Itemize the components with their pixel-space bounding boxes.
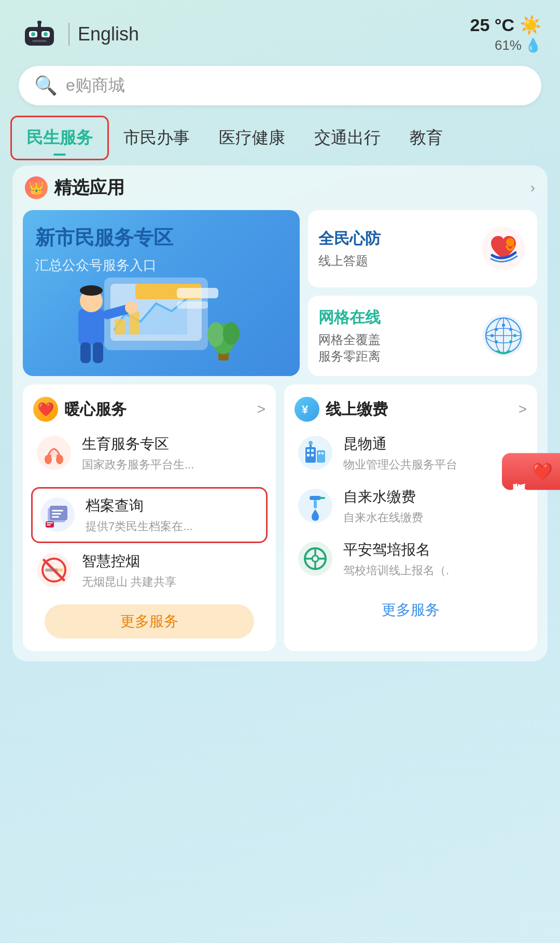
kunwu-icon	[297, 434, 334, 472]
dangan-desc: 提供7类民生档案在...	[86, 519, 193, 534]
banner-row: 新市民服务专区 汇总公众号服务入口	[23, 210, 537, 376]
dangan-name: 档案查询	[86, 496, 193, 516]
new-citizen-title: 新市民服务专区	[35, 225, 287, 251]
wangge-sub2: 服务零距离	[318, 348, 381, 365]
xinfang-image	[480, 226, 527, 272]
warm-service-card: ❤️ 暖心服务 >	[23, 384, 276, 651]
svg-rect-19	[80, 342, 91, 363]
svg-rect-68	[311, 449, 314, 452]
pay-more-button[interactable]: 更多服务	[306, 593, 515, 627]
search-bar[interactable]: 🔍 e购商城	[19, 66, 541, 105]
kongyan-name: 智慧控烟	[82, 551, 176, 571]
pay-service-header: ¥ 线上缴费 >	[295, 397, 527, 422]
service-item-dangan[interactable]: 档案查询 提供7类民生档案在...	[31, 487, 268, 543]
kunwu-desc: 物业管理公共服务平台	[343, 457, 457, 473]
service-item-kongyan[interactable]: 智慧控烟 无烟昆山 共建共享	[33, 551, 265, 590]
svg-point-37	[509, 328, 512, 331]
weather-icon: ☀️	[520, 15, 541, 35]
svg-point-24	[223, 322, 240, 345]
service-item-water[interactable]: 自来水缴费 自来水在线缴费	[295, 487, 527, 525]
nav-tabs: 民生服务 市民办事 医疗健康 交通出行 教育	[0, 116, 560, 160]
pay-service-chevron[interactable]: >	[519, 401, 527, 418]
svg-rect-77	[314, 500, 317, 508]
pay-service-card: ¥ 线上缴费 >	[284, 384, 537, 651]
kongyan-icon	[35, 551, 73, 589]
warm-service-chevron[interactable]: >	[257, 401, 265, 418]
language-selector[interactable]: English	[78, 23, 139, 45]
svg-point-48	[60, 455, 63, 459]
header-left: English	[19, 19, 139, 49]
svg-point-23	[207, 322, 224, 347]
featured-chevron[interactable]: ›	[530, 179, 535, 196]
svg-point-47	[57, 454, 60, 457]
svg-point-79	[298, 542, 332, 576]
svg-rect-72	[321, 452, 324, 454]
svg-rect-71	[318, 452, 320, 454]
svg-rect-56	[47, 522, 53, 523]
elder-version-float[interactable]: ❤️ 长者专版	[502, 453, 560, 490]
svg-rect-11	[115, 319, 125, 335]
shengyu-icon	[35, 434, 73, 472]
featured-section-header: 👑 精选应用 ›	[23, 176, 537, 200]
service-item-shengyu[interactable]: 生育服务专区 国家政务服务平台生...	[33, 434, 265, 473]
warm-more-button[interactable]: 更多服务	[45, 604, 254, 639]
elder-heart-icon: ❤️	[531, 462, 553, 482]
search-icon: 🔍	[34, 75, 58, 96]
pay-service-title: ¥ 线上缴费	[295, 397, 388, 422]
shengyu-desc: 国家政务服务平台生...	[82, 457, 194, 473]
svg-rect-61	[58, 568, 63, 572]
shengyu-name: 生育服务专区	[82, 434, 194, 454]
tab-minsheng[interactable]: 民生服务	[10, 116, 109, 160]
driving-name: 平安驾培报名	[343, 540, 449, 560]
svg-rect-26	[177, 301, 208, 309]
app-logo	[19, 19, 60, 49]
service-item-driving[interactable]: 平安驾培报名 驾校培训线上报名（.	[295, 540, 527, 578]
svg-point-3	[31, 32, 35, 36]
svg-rect-0	[25, 27, 54, 46]
warm-service-title: ❤️ 暖心服务	[33, 397, 127, 422]
service-row: ❤️ 暖心服务 >	[23, 384, 537, 651]
svg-rect-67	[307, 449, 310, 452]
svg-point-45	[45, 455, 48, 459]
banner-right-cards: 全民心防 线上答题	[308, 210, 537, 376]
card-wangge[interactable]: 网格在线 网格全覆盖 服务零距离	[308, 296, 537, 376]
header: English 25 °C ☀️ 61% 💧	[0, 0, 560, 62]
driving-icon	[297, 540, 334, 577]
svg-rect-54	[52, 516, 59, 518]
header-divider	[68, 23, 69, 46]
kongyan-desc: 无烟昆山 共建共享	[82, 574, 176, 590]
water-desc: 自来水在线缴费	[343, 510, 423, 525]
xinfang-sub: 线上答题	[318, 253, 381, 269]
card-xinfang[interactable]: 全民心防 线上答题	[308, 210, 537, 287]
banner-illustration	[23, 262, 300, 376]
dangan-icon	[39, 496, 76, 533]
service-item-kunwu[interactable]: 昆物通 物业管理公共服务平台	[295, 434, 527, 473]
svg-rect-7	[32, 40, 47, 42]
tab-jiaoyu[interactable]: 教育	[395, 117, 457, 159]
svg-point-41	[509, 340, 512, 343]
svg-rect-70	[311, 454, 314, 456]
featured-title: 👑 精选应用	[25, 176, 124, 200]
humidity: 61% 💧	[495, 37, 541, 53]
tab-yiliao[interactable]: 医疗健康	[204, 117, 300, 159]
svg-rect-25	[177, 288, 218, 298]
pay-yuan-icon: ¥	[295, 397, 319, 422]
wangge-image	[480, 313, 527, 359]
svg-text:¥: ¥	[302, 403, 309, 416]
svg-rect-78	[319, 497, 325, 499]
svg-point-38	[491, 334, 494, 337]
water-icon	[297, 487, 334, 524]
tab-jiaotong[interactable]: 交通出行	[300, 117, 395, 159]
driving-desc: 驾校培训线上报名（.	[343, 563, 449, 578]
svg-rect-14	[78, 309, 104, 345]
svg-rect-12	[129, 311, 139, 335]
svg-point-46	[48, 454, 51, 457]
svg-rect-69	[307, 454, 310, 456]
tab-shimin[interactable]: 市民办事	[109, 117, 204, 159]
svg-rect-20	[93, 342, 103, 363]
warm-service-header: ❤️ 暖心服务 >	[33, 397, 265, 422]
banner-new-citizen[interactable]: 新市民服务专区 汇总公众号服务入口	[23, 210, 300, 376]
svg-point-40	[495, 340, 498, 343]
crown-icon: 👑	[25, 176, 48, 199]
svg-rect-66	[317, 450, 325, 463]
